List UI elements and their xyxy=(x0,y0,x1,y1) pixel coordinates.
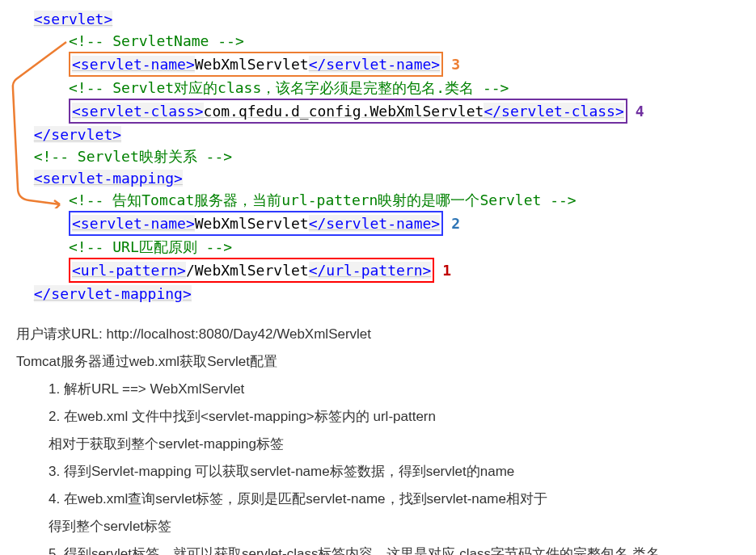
url-pattern-line: <url-pattern>/WebXmlServlet</url-pattern… xyxy=(16,258,756,283)
code-line: <servlet-mapping> xyxy=(16,167,756,189)
explain-step: 相对于获取到整个servlet-mapping标签 xyxy=(49,431,756,458)
code-line: <servlet> xyxy=(16,8,756,30)
xml-comment: <!-- Servlet对应的class，该名字必须是完整的包名.类名 --> xyxy=(16,77,756,99)
xml-comment: <!-- URL匹配原则 --> xyxy=(16,236,756,258)
explain-text: 用户请求URL: http://localhost:8080/Day42/Web… xyxy=(16,321,756,348)
servlet-class-line: <servlet-class>com.qfedu.d_config.WebXml… xyxy=(16,99,756,124)
code-line: </servlet-mapping> xyxy=(16,283,756,305)
xml-comment: <!-- 告知Tomcat服务器，当前url-pattern映射的是哪一个Ser… xyxy=(16,189,756,211)
code-block: <servlet> <!-- ServletName --> <servlet-… xyxy=(16,8,756,305)
xml-comment: <!-- ServletName --> xyxy=(16,30,756,52)
servlet-name-line: <servlet-name>WebXmlServlet</servlet-nam… xyxy=(16,52,756,77)
servlet-name-mapping-line: <servlet-name>WebXmlServlet</servlet-nam… xyxy=(16,211,756,236)
code-line: </servlet> xyxy=(16,124,756,145)
explain-step: 2. 在web.xml 文件中找到<servlet-mapping>标签内的 u… xyxy=(49,403,756,431)
explanation-block: 用户请求URL: http://localhost:8080/Day42/Web… xyxy=(16,321,756,555)
explain-text: Tomcat服务器通过web.xml获取Servlet配置 xyxy=(16,348,756,376)
explain-step: 3. 得到Servlet-mapping 可以获取servlet-name标签数… xyxy=(49,458,756,486)
explain-step: 5. 得到servlet标签，就可以获取servlet-class标签内容，这里… xyxy=(49,540,756,555)
xml-comment: <!-- Servlet映射关系 --> xyxy=(16,145,756,167)
explain-step: 1. 解析URL ==> WebXmlServlet xyxy=(49,376,756,403)
explain-step: 4. 在web.xml查询servlet标签，原则是匹配servlet-name… xyxy=(49,486,756,513)
explain-step: 得到整个servlet标签 xyxy=(49,513,756,540)
